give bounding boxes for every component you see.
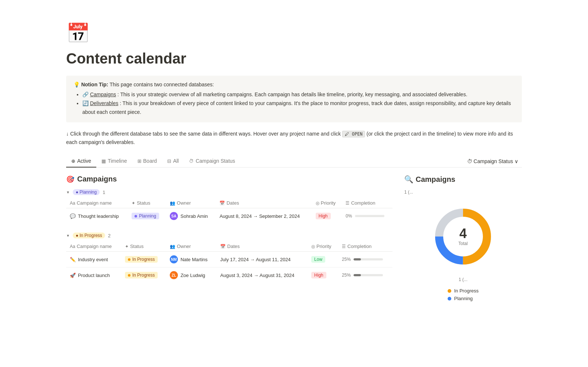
planning-table-body: 💬 Thought leadership Planning xyxy=(66,208,392,224)
legend-label-planning: Planning xyxy=(454,296,473,301)
chart-note-left-top: 1 (... xyxy=(404,190,413,195)
campaign-icon-product-launch: 🚀 xyxy=(70,273,76,278)
tab-timeline[interactable]: ▦ Timeline xyxy=(96,155,132,168)
left-section-label: Campaigns xyxy=(77,175,117,183)
filter-campaign-status[interactable]: ⏱ Campaign Status ∨ xyxy=(463,157,522,166)
status-badge-product-launch: In Progress xyxy=(125,272,158,278)
cell-status-product-launch: In Progress xyxy=(121,267,166,283)
cell-name-industry-event[interactable]: ✏️ Industry event xyxy=(66,252,121,267)
tip-list: 🔗 Campaigns : This is your strategic ove… xyxy=(82,90,514,116)
th-completion-inprogress: ☰Completion xyxy=(338,241,392,252)
avatar-thought-leadership: SA xyxy=(170,212,178,220)
legend-item-inprogress: In Progress xyxy=(448,288,478,294)
cell-owner-product-launch: ZL Zoe Ludwig xyxy=(166,267,216,283)
th-status-inprogress: ✦Status xyxy=(121,241,166,252)
cell-name-product-launch[interactable]: 🚀 Product launch xyxy=(66,267,121,283)
tip-emoji: 💡 xyxy=(74,82,81,87)
tip-header: 💡 Notion Tip: This page contains two con… xyxy=(74,82,514,87)
progress-pct-product-launch: 25% xyxy=(342,273,351,278)
inprogress-table-body: ✏️ Industry event In Progress xyxy=(66,252,392,283)
cell-completion-industry-event: 25% xyxy=(338,252,392,267)
priority-badge-product-launch: High xyxy=(311,272,326,278)
status-dot-thought-leadership xyxy=(135,215,137,217)
th-owner-planning: 👥Owner xyxy=(166,198,216,208)
tab-board-label: Board xyxy=(143,158,157,164)
inprogress-table: AaCampaign name ✦Status 👥Owner 📅Dates ◎P… xyxy=(66,241,392,283)
cell-completion-product-launch: 25% xyxy=(338,267,392,283)
page-icon: 📅 xyxy=(66,22,522,44)
tab-campaign-status[interactable]: ⏱ Campaign Status xyxy=(184,155,240,168)
tip-campaigns-icon: 🔗 xyxy=(82,91,90,97)
tab-timeline-label: Timeline xyxy=(108,158,127,164)
filter-icon: ⏱ xyxy=(467,158,472,164)
progress-industry-event: 25% xyxy=(342,257,389,262)
table-row[interactable]: 🚀 Product launch In Progress xyxy=(66,267,392,283)
right-panel-label: Campaigns xyxy=(416,175,455,184)
left-section-title: 🎯 Campaigns xyxy=(66,175,392,183)
campaign-name-industry-event[interactable]: ✏️ Industry event xyxy=(70,257,118,262)
group-planning: ▼ ● Planning 1 AaCampaign name ✦Status 👥… xyxy=(66,189,392,224)
progress-product-launch: 25% xyxy=(342,273,389,278)
tip-item-campaigns: 🔗 Campaigns : This is your strategic ove… xyxy=(82,90,514,99)
owner-product-launch: ZL Zoe Ludwig xyxy=(170,271,213,279)
planning-table: AaCampaign name ✦Status 👥Owner 📅Dates ◎P… xyxy=(66,198,392,224)
campaign-name-thought-leadership[interactable]: 💬 Thought leadership xyxy=(70,213,124,219)
priority-badge-industry-event: Low xyxy=(311,256,325,263)
cell-priority-thought-leadership: High xyxy=(312,208,342,224)
group-inprogress: ▼ ● In Progress 2 AaCampaign name ✦Statu… xyxy=(66,233,392,283)
legend-dot-inprogress xyxy=(448,289,451,293)
tip-deliverables-text: : This is your breakdown of every piece … xyxy=(82,100,511,115)
tip-deliverables-name[interactable]: Deliverables xyxy=(90,100,118,106)
progress-bar-fill-industry-event xyxy=(354,258,361,260)
progress-bar-bg-industry-event xyxy=(354,258,383,260)
tab-all[interactable]: ⊟ All xyxy=(162,155,184,168)
tab-all-icon: ⊟ xyxy=(167,158,171,164)
progress-pct-thought-leadership: 0% xyxy=(345,213,352,219)
tab-all-label: All xyxy=(173,158,179,164)
cell-dates-thought-leadership: August 8, 2024 → September 2, 2024 xyxy=(216,208,312,224)
group-planning-header[interactable]: ▼ ● Planning 1 xyxy=(66,189,392,195)
campaign-icon-industry-event: ✏️ xyxy=(70,257,76,262)
status-badge-industry-event: In Progress xyxy=(125,256,158,263)
status-label-industry-event: In Progress xyxy=(132,257,155,262)
group-inprogress-badge: ● In Progress xyxy=(73,233,105,238)
group-planning-toggle: ▼ xyxy=(66,190,70,194)
tab-board-icon: ⊞ xyxy=(137,158,141,164)
filter-chevron: ∨ xyxy=(514,158,518,164)
progress-bar-bg-product-launch xyxy=(354,274,383,276)
right-panel: 🔍 Campaigns 1 (... xyxy=(404,175,522,301)
campaign-label-industry-event: Industry event xyxy=(78,257,108,262)
table-row[interactable]: ✏️ Industry event In Progress xyxy=(66,252,392,267)
th-campaign-name-planning: AaCampaign name xyxy=(66,198,128,208)
campaign-label-thought-leadership: Thought leadership xyxy=(78,213,119,219)
cell-priority-product-launch: High xyxy=(308,267,338,283)
chart-label-row-top: 1 (... xyxy=(404,190,522,195)
th-campaign-name-inprogress: AaCampaign name xyxy=(66,241,121,252)
campaign-name-product-launch[interactable]: 🚀 Product launch xyxy=(70,273,118,278)
tab-campaign-label: Campaign Status xyxy=(196,158,235,164)
tip-description: This page contains two connected databas… xyxy=(110,82,214,87)
campaign-label-product-launch: Product launch xyxy=(78,273,110,278)
progress-thought-leadership: 0% xyxy=(345,213,389,219)
donut-center: 4 Total xyxy=(458,227,467,246)
cell-owner-industry-event: NM Nate Martins xyxy=(166,252,216,267)
th-priority-inprogress: ◎Priority xyxy=(308,241,338,252)
open-badge: 🖊 OPEN xyxy=(342,131,365,137)
instruction-text: ↓ Click through the different database t… xyxy=(66,130,522,146)
tab-active[interactable]: ⊕ Active xyxy=(66,155,96,168)
planning-table-header-row: AaCampaign name ✦Status 👥Owner 📅Dates ◎P… xyxy=(66,198,392,208)
tab-board[interactable]: ⊞ Board xyxy=(132,155,162,168)
table-row[interactable]: 💬 Thought leadership Planning xyxy=(66,208,392,224)
left-panel: 🎯 Campaigns ▼ ● Planning 1 AaCampaign na… xyxy=(66,175,392,301)
th-completion-planning: ☰Completion xyxy=(342,198,392,208)
tip-deliverables-icon: 🔄 xyxy=(82,100,90,106)
cell-name-thought-leadership[interactable]: 💬 Thought leadership xyxy=(66,208,128,224)
th-status-planning: ✦Status xyxy=(128,198,166,208)
page-container: 📅 Content calendar 💡 Notion Tip: This pa… xyxy=(37,0,551,316)
progress-pct-industry-event: 25% xyxy=(342,257,351,262)
owner-name-thought-leadership: Sohrab Amin xyxy=(180,213,208,219)
tip-campaigns-name[interactable]: Campaigns xyxy=(90,91,116,97)
status-label-product-launch: In Progress xyxy=(132,273,155,278)
chart-legend: In Progress Planning xyxy=(448,288,478,301)
group-inprogress-header[interactable]: ▼ ● In Progress 2 xyxy=(66,233,392,238)
